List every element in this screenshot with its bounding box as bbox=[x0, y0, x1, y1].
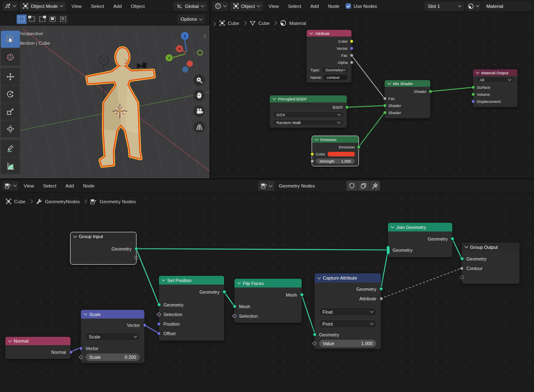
camera-view-button[interactable] bbox=[193, 105, 205, 117]
socket-geometry-multi-in[interactable] bbox=[386, 246, 390, 255]
socket-emission-out[interactable] bbox=[357, 145, 361, 149]
socket-shader1-in[interactable] bbox=[383, 104, 387, 107]
mode-dropdown[interactable]: Object Mode bbox=[20, 2, 66, 11]
menu-add[interactable]: Add bbox=[62, 183, 78, 188]
tool-move[interactable] bbox=[1, 68, 20, 85]
node-attribute[interactable]: Attribute Color Vector Fac Alpha Type:Ge… bbox=[307, 30, 351, 83]
tool-transform[interactable] bbox=[1, 120, 20, 137]
gizmo-x-axis[interactable]: X bbox=[176, 45, 183, 52]
node-group-output[interactable]: Group Output Geometry Contour bbox=[462, 243, 519, 284]
geometry-node-canvas[interactable]: Cube GeometryNodes Geometry Nodes bbox=[0, 192, 534, 392]
node-header[interactable]: Principled BSDF bbox=[270, 95, 347, 102]
node-material-output[interactable]: Material Output All Surface Volume Displ… bbox=[473, 69, 517, 107]
socket-mesh-out[interactable] bbox=[300, 293, 304, 297]
shader-editor[interactable]: Object View Select Add Node Use Nodes Sl… bbox=[210, 0, 534, 178]
menu-select[interactable]: Select bbox=[284, 4, 305, 9]
socket-geometry-in[interactable] bbox=[313, 333, 317, 336]
select-mode-invert[interactable] bbox=[48, 15, 58, 24]
color-swatch[interactable] bbox=[328, 152, 355, 156]
node-normal[interactable]: Normal Normal bbox=[5, 337, 71, 359]
tool-scale[interactable] bbox=[1, 103, 20, 120]
zoom-view-button[interactable] bbox=[193, 74, 205, 86]
distribution-dropdown[interactable]: GGX bbox=[273, 112, 344, 118]
menu-view[interactable]: View bbox=[68, 4, 85, 9]
node-header[interactable]: Group Output bbox=[462, 243, 519, 251]
gizmo-x-negative[interactable] bbox=[187, 61, 193, 67]
operation-dropdown[interactable]: Scale bbox=[85, 332, 140, 341]
tool-measure[interactable] bbox=[1, 157, 20, 174]
select-mode-intersect[interactable] bbox=[58, 15, 68, 24]
socket-shader-out[interactable] bbox=[429, 90, 432, 93]
node-tree-name-field[interactable]: Geometry Nodes bbox=[275, 181, 346, 191]
data-type-dropdown[interactable]: Float bbox=[319, 307, 377, 316]
node-vector-math-scale[interactable]: Scale Vector Scale Vector Scale0.200 bbox=[81, 310, 144, 363]
toggle-grid-button[interactable] bbox=[193, 121, 205, 133]
socket-shader2-in[interactable] bbox=[383, 111, 387, 114]
node-set-position[interactable]: Set Position Geometry Geometry Selection… bbox=[159, 276, 224, 341]
socket-geometry-in[interactable] bbox=[157, 303, 161, 307]
socket-color-out[interactable] bbox=[350, 39, 354, 43]
socket-strength-in[interactable] bbox=[310, 159, 314, 163]
node-header[interactable]: Material Output bbox=[473, 69, 517, 76]
pan-view-button[interactable] bbox=[193, 90, 205, 101]
transform-orientation-dropdown[interactable]: Global bbox=[173, 2, 207, 11]
domain-dropdown[interactable]: Point bbox=[319, 319, 377, 328]
editor-type-selector[interactable] bbox=[213, 2, 228, 11]
material-slot-dropdown[interactable]: Slot 1 bbox=[424, 2, 464, 11]
strength-field[interactable]: Strength1.000 bbox=[316, 158, 355, 164]
use-nodes-checkbox[interactable]: Use Nodes bbox=[346, 3, 377, 9]
node-header[interactable]: Attribute bbox=[307, 30, 351, 37]
menu-add[interactable]: Add bbox=[307, 4, 322, 9]
fake-user-button[interactable] bbox=[346, 181, 357, 191]
node-header[interactable]: Capture Attribute bbox=[315, 273, 381, 282]
node-header[interactable]: Mix Shader bbox=[385, 80, 430, 87]
editor-type-selector[interactable] bbox=[2, 2, 18, 11]
socket-geometry-in[interactable] bbox=[460, 257, 464, 261]
material-browse-dropdown[interactable] bbox=[466, 2, 481, 11]
gizmo-z-axis[interactable]: Z bbox=[181, 32, 189, 40]
material-name-field[interactable]: Material bbox=[483, 2, 532, 11]
pin-button[interactable] bbox=[371, 183, 378, 190]
node-capture-attribute[interactable]: Capture Attribute Geometry Attribute Flo… bbox=[315, 273, 381, 349]
attribute-name-field[interactable]: contour bbox=[324, 75, 348, 80]
tool-annotate[interactable] bbox=[1, 140, 20, 157]
socket-fac-out[interactable] bbox=[350, 54, 354, 57]
geometry-node-editor[interactable]: View Select Add Node Geometry Nodes bbox=[0, 178, 534, 392]
node-header[interactable]: Flip Faces bbox=[234, 279, 302, 287]
menu-select[interactable]: Select bbox=[39, 183, 60, 188]
virtual-socket[interactable] bbox=[134, 256, 138, 260]
node-flip-faces[interactable]: Flip Faces Mesh Mesh Selection bbox=[234, 279, 302, 323]
node-header[interactable]: Scale bbox=[81, 310, 144, 319]
socket-color-in[interactable] bbox=[310, 152, 314, 156]
socket-displacement-in[interactable] bbox=[471, 100, 475, 103]
menu-view[interactable]: View bbox=[20, 183, 38, 188]
viewport-canvas[interactable]: User Perspective (1) Collection | Cube bbox=[0, 26, 210, 178]
node-group-input[interactable]: Group Input Geometry bbox=[71, 232, 136, 264]
socket-bsdf-out[interactable] bbox=[345, 105, 349, 109]
scale-field[interactable]: Scale0.200 bbox=[85, 353, 140, 361]
menu-select[interactable]: Select bbox=[87, 4, 108, 9]
socket-geometry-out[interactable] bbox=[222, 290, 226, 294]
node-header[interactable]: Join Geometry bbox=[388, 223, 452, 231]
new-node-tree-button[interactable] bbox=[358, 181, 369, 191]
select-mode-set[interactable] bbox=[17, 15, 27, 24]
socket-mesh-in[interactable] bbox=[233, 304, 237, 308]
menu-node[interactable]: Node bbox=[79, 183, 98, 188]
socket-vector-out[interactable] bbox=[350, 46, 354, 50]
navigation-gizmo[interactable]: Z X Y bbox=[164, 30, 210, 73]
node-header[interactable]: Normal bbox=[5, 337, 71, 345]
node-join-geometry[interactable]: Join Geometry Geometry Geometry bbox=[388, 223, 452, 257]
node-principled-bsdf[interactable]: Principled BSDF BSDF GGX Random Walk bbox=[270, 95, 347, 128]
gizmo-y-axis[interactable]: Y bbox=[166, 54, 173, 61]
menu-view[interactable]: View bbox=[265, 4, 283, 9]
value-field[interactable]: Value1.000 bbox=[319, 340, 376, 347]
gizmo-y-negative[interactable] bbox=[197, 50, 203, 56]
shader-context-dropdown[interactable]: Object bbox=[230, 2, 263, 11]
tool-select-box[interactable] bbox=[1, 31, 20, 48]
socket-geometry-out[interactable] bbox=[451, 237, 454, 241]
node-header[interactable]: Set Position bbox=[159, 276, 224, 285]
socket-surface-in[interactable] bbox=[471, 85, 475, 89]
socket-alpha-out[interactable] bbox=[350, 61, 354, 64]
select-mode-extend[interactable] bbox=[27, 15, 37, 24]
menu-add[interactable]: Add bbox=[110, 4, 125, 9]
